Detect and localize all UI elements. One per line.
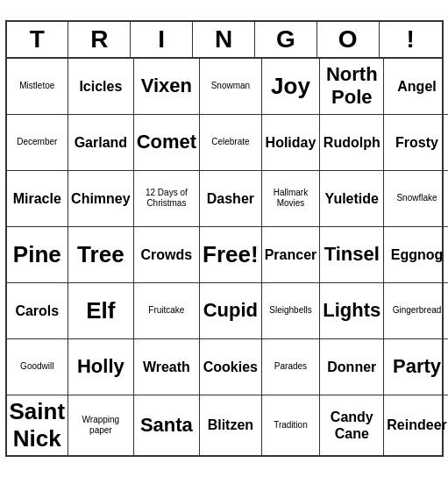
- cell-r3-c0: Pine: [7, 227, 69, 283]
- cell-text-r6-c2: Santa: [140, 414, 193, 437]
- cell-r3-c3: Free!: [200, 227, 262, 283]
- cell-r3-c2: Crowds: [134, 227, 200, 283]
- cell-text-r1-c0: December: [17, 137, 57, 147]
- cell-r1-c3: Celebrate: [200, 115, 262, 171]
- cell-text-r1-c2: Comet: [137, 131, 196, 153]
- cell-r1-c2: Comet: [134, 115, 200, 171]
- cell-text-r0-c2: Vixen: [141, 75, 192, 97]
- cell-r6-c0: Saint Nick: [7, 395, 69, 455]
- cell-r6-c4: Tradition: [262, 395, 321, 455]
- cell-text-r5-c0: Goodwill: [20, 361, 53, 372]
- header-row: TRINGO!: [7, 22, 442, 59]
- cell-text-r2-c0: Miracle: [13, 190, 61, 207]
- cell-r3-c5: Tinsel: [320, 227, 384, 283]
- cell-text-r0-c5: North Pole: [323, 63, 380, 110]
- cell-text-r2-c6: Snowflake: [396, 193, 437, 203]
- cell-r3-c6: Eggnog: [384, 227, 448, 283]
- cell-r3-c1: Tree: [68, 227, 134, 283]
- header-cell-g: G: [255, 22, 317, 57]
- cell-r0-c3: Snowman: [200, 59, 262, 115]
- cell-r1-c0: December: [7, 115, 69, 171]
- cell-r1-c1: Garland: [68, 115, 134, 171]
- cell-r4-c0: Carols: [7, 283, 69, 339]
- cell-text-r1-c4: Holiday: [266, 134, 316, 151]
- cell-r1-c5: Rudolph: [320, 115, 384, 171]
- cell-r2-c4: Hallmark Movies: [262, 171, 321, 227]
- bingo-grid: MistletoeIciclesVixenSnowmanJoyNorth Pol…: [7, 59, 442, 455]
- cell-r5-c5: Donner: [320, 339, 384, 395]
- cell-text-r5-c3: Cookies: [203, 359, 258, 375]
- cell-text-r2-c5: Yuletide: [325, 190, 379, 207]
- cell-text-r4-c5: Lights: [323, 299, 380, 322]
- cell-r6-c2: Santa: [134, 395, 200, 455]
- cell-text-r1-c6: Frosty: [395, 134, 438, 151]
- cell-text-r3-c5: Tinsel: [324, 243, 380, 266]
- cell-r0-c0: Mistletoe: [7, 59, 69, 115]
- cell-text-r2-c4: Hallmark Movies: [265, 188, 317, 209]
- header-cell-n: N: [193, 22, 255, 57]
- cell-text-r6-c5: Candy Cane: [323, 409, 380, 442]
- cell-r6-c6: Reindeer: [384, 395, 448, 455]
- cell-text-r5-c6: Party: [393, 355, 441, 378]
- cell-r4-c1: Elf: [68, 283, 134, 339]
- cell-r0-c6: Angel: [384, 59, 448, 115]
- cell-text-r4-c3: Cupid: [203, 299, 258, 322]
- cell-r2-c6: Snowflake: [384, 171, 448, 227]
- cell-text-r3-c1: Tree: [77, 241, 124, 268]
- cell-r4-c2: Fruitcake: [134, 283, 200, 339]
- cell-r4-c6: Gingerbread: [384, 283, 448, 339]
- cell-text-r1-c3: Celebrate: [211, 137, 249, 147]
- header-cell-i: I: [131, 22, 193, 57]
- cell-r5-c0: Goodwill: [7, 339, 69, 395]
- cell-text-r2-c2: 12 Days of Christmas: [137, 188, 196, 209]
- cell-text-r3-c6: Eggnog: [391, 246, 444, 263]
- cell-r0-c1: Icicles: [68, 59, 134, 115]
- cell-r2-c1: Chimney: [68, 171, 134, 227]
- cell-r5-c3: Cookies: [200, 339, 262, 395]
- header-cell-t: T: [7, 22, 69, 57]
- cell-text-r1-c1: Garland: [75, 134, 127, 151]
- cell-text-r6-c1: Wrapping paper: [71, 415, 131, 436]
- cell-r2-c3: Dasher: [200, 171, 262, 227]
- cell-text-r0-c1: Icicles: [79, 78, 122, 95]
- cell-text-r5-c5: Donner: [327, 359, 376, 375]
- cell-r6-c5: Candy Cane: [320, 395, 384, 455]
- cell-text-r6-c6: Reindeer: [387, 416, 446, 433]
- cell-text-r4-c0: Carols: [15, 303, 59, 319]
- cell-text-r0-c3: Snowman: [211, 81, 250, 91]
- cell-text-r3-c2: Crowds: [141, 246, 193, 263]
- cell-r2-c0: Miracle: [7, 171, 69, 227]
- cell-r5-c1: Holly: [68, 339, 134, 395]
- cell-r5-c2: Wreath: [134, 339, 200, 395]
- cell-r5-c6: Party: [384, 339, 448, 395]
- cell-r4-c4: Sleighbells: [262, 283, 321, 339]
- cell-text-r1-c5: Rudolph: [324, 134, 380, 151]
- cell-text-r4-c2: Fruitcake: [148, 305, 184, 316]
- cell-text-r2-c1: Chimney: [71, 190, 131, 207]
- cell-text-r3-c0: Pine: [13, 241, 61, 268]
- cell-text-r2-c3: Dasher: [207, 190, 254, 207]
- cell-r3-c4: Prancer: [262, 227, 321, 283]
- cell-text-r0-c6: Angel: [397, 78, 436, 95]
- cell-text-r5-c1: Holly: [77, 355, 124, 378]
- cell-r4-c5: Lights: [320, 283, 384, 339]
- cell-text-r4-c1: Elf: [86, 297, 115, 324]
- cell-text-r0-c4: Joy: [271, 73, 310, 100]
- cell-r6-c1: Wrapping paper: [68, 395, 134, 455]
- cell-r2-c5: Yuletide: [320, 171, 384, 227]
- cell-text-r6-c3: Blitzen: [208, 416, 253, 433]
- cell-r6-c3: Blitzen: [200, 395, 262, 455]
- cell-text-r4-c4: Sleighbells: [269, 305, 311, 316]
- cell-r0-c2: Vixen: [134, 59, 200, 115]
- bingo-card: TRINGO! MistletoeIciclesVixenSnowmanJoyN…: [5, 20, 444, 457]
- header-cell-r: R: [68, 22, 131, 57]
- cell-text-r0-c0: Mistletoe: [19, 81, 54, 91]
- cell-text-r6-c0: Saint Nick: [10, 398, 66, 452]
- cell-r0-c5: North Pole: [320, 59, 384, 115]
- header-cell-!: !: [380, 22, 442, 57]
- cell-text-r4-c6: Gingerbread: [393, 305, 442, 316]
- cell-r2-c2: 12 Days of Christmas: [134, 171, 200, 227]
- cell-text-r3-c3: Free!: [203, 241, 259, 268]
- cell-r4-c3: Cupid: [200, 283, 262, 339]
- cell-text-r6-c4: Tradition: [274, 420, 308, 431]
